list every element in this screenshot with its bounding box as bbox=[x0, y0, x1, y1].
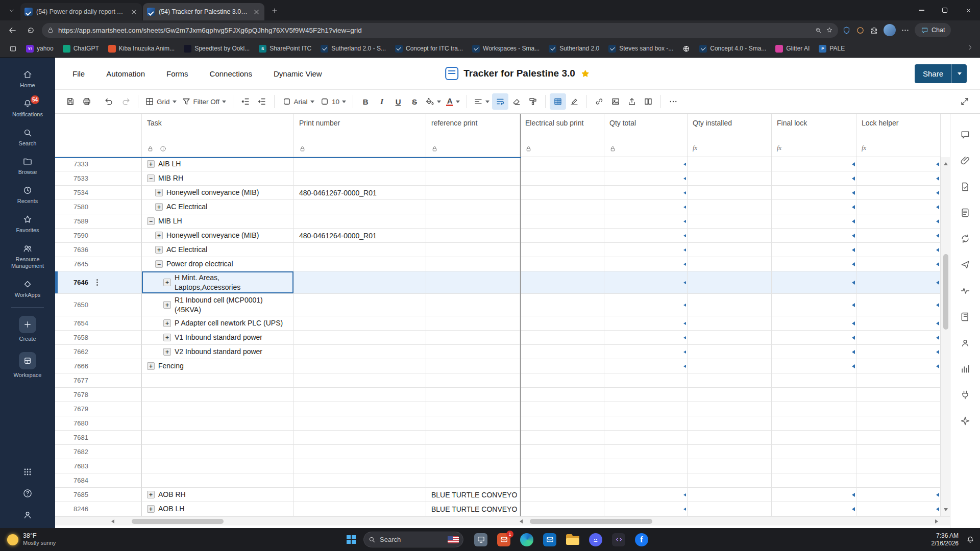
vertical-scroll-thumb[interactable] bbox=[943, 254, 948, 330]
elec-cell[interactable] bbox=[520, 445, 604, 459]
lockh-cell[interactable] bbox=[856, 502, 941, 516]
row-number[interactable]: 7645 bbox=[55, 257, 142, 271]
final-cell[interactable] bbox=[772, 445, 856, 459]
facebook-icon[interactable]: f bbox=[634, 533, 649, 547]
qtyt-cell[interactable] bbox=[604, 186, 688, 200]
menu-item-connections[interactable]: Connections bbox=[210, 69, 252, 78]
publish-button[interactable] bbox=[957, 256, 974, 273]
elec-cell[interactable] bbox=[520, 473, 604, 488]
expand-icon[interactable]: + bbox=[163, 301, 171, 309]
ref-cell[interactable] bbox=[426, 294, 520, 316]
bookmark-item[interactable]: PPALE bbox=[814, 43, 849, 55]
view-selector[interactable]: Grid bbox=[142, 93, 179, 110]
row-number[interactable]: 7646 bbox=[55, 271, 142, 294]
row-number[interactable]: 7590 bbox=[55, 229, 142, 243]
qtyt-cell[interactable] bbox=[604, 373, 688, 388]
final-cell[interactable] bbox=[772, 200, 856, 214]
final-cell[interactable] bbox=[772, 243, 856, 257]
print-cell[interactable] bbox=[294, 473, 426, 488]
lockh-cell[interactable] bbox=[856, 229, 941, 243]
lockh-cell[interactable] bbox=[856, 186, 941, 200]
qtyt-cell[interactable] bbox=[604, 257, 688, 271]
ref-cell[interactable] bbox=[426, 200, 520, 214]
sidebar-item-resource-management[interactable]: Resource Management bbox=[0, 239, 55, 275]
vertical-scrollbar[interactable] bbox=[941, 157, 950, 516]
qtyt-cell[interactable] bbox=[604, 416, 688, 431]
final-cell[interactable] bbox=[772, 388, 856, 402]
qtyi-cell[interactable] bbox=[688, 257, 772, 271]
task-cell[interactable]: +AC Electrical bbox=[142, 200, 294, 214]
ref-cell[interactable] bbox=[426, 359, 520, 373]
sidebar-item-browse[interactable]: Browse bbox=[0, 152, 55, 181]
print-cell[interactable] bbox=[294, 388, 426, 402]
final-cell[interactable] bbox=[772, 214, 856, 229]
final-cell[interactable] bbox=[772, 416, 856, 431]
conversations-button[interactable] bbox=[957, 126, 974, 143]
bookmark-item[interactable]: Glitter AI bbox=[771, 43, 814, 55]
lockh-cell[interactable] bbox=[856, 402, 941, 416]
print-cell[interactable] bbox=[294, 271, 426, 294]
lockh-cell[interactable] bbox=[856, 171, 941, 186]
qtyt-cell[interactable] bbox=[604, 445, 688, 459]
ref-cell[interactable] bbox=[426, 186, 520, 200]
expand-icon[interactable]: + bbox=[163, 334, 171, 341]
bold-icon[interactable]: B bbox=[357, 93, 374, 110]
task-cell[interactable]: +AC Electrical bbox=[142, 243, 294, 257]
indent-icon[interactable] bbox=[254, 93, 270, 110]
workspace-tile[interactable] bbox=[19, 352, 36, 369]
row-number[interactable]: 7680 bbox=[55, 416, 142, 431]
qtyt-cell[interactable] bbox=[604, 157, 688, 171]
share-dropdown[interactable] bbox=[951, 64, 967, 83]
edge-icon[interactable] bbox=[520, 533, 534, 547]
lockh-cell[interactable] bbox=[856, 473, 941, 488]
final-cell[interactable] bbox=[772, 157, 856, 171]
final-cell[interactable] bbox=[772, 345, 856, 359]
bookmark-item[interactable]: Concept 4.0 - Sma... bbox=[695, 43, 771, 55]
sidebar-item-search[interactable]: Search bbox=[0, 123, 55, 152]
lockh-cell[interactable] bbox=[856, 388, 941, 402]
print-cell[interactable] bbox=[294, 445, 426, 459]
qtyi-cell[interactable] bbox=[688, 402, 772, 416]
qtyi-cell[interactable] bbox=[688, 229, 772, 243]
row-number[interactable]: 7650 bbox=[55, 294, 142, 316]
ref-cell[interactable] bbox=[426, 388, 520, 402]
expand-icon[interactable]: + bbox=[147, 160, 155, 168]
save-icon[interactable] bbox=[62, 93, 79, 110]
column-header-qty-total[interactable]: Qty total bbox=[604, 114, 688, 157]
discord-icon[interactable] bbox=[589, 533, 603, 547]
elec-cell[interactable] bbox=[520, 373, 604, 388]
bookmark-item[interactable]: Workspaces - Sma... bbox=[468, 43, 544, 55]
ref-cell[interactable] bbox=[426, 431, 520, 445]
scroll-left-arrow-2[interactable] bbox=[518, 519, 523, 523]
elec-cell[interactable] bbox=[520, 388, 604, 402]
connections-button[interactable] bbox=[957, 386, 974, 404]
scroll-right-arrow[interactable] bbox=[935, 519, 940, 523]
favorite-star-icon[interactable] bbox=[580, 69, 590, 79]
lockh-cell[interactable] bbox=[856, 294, 941, 316]
expand-sheet-button[interactable] bbox=[957, 93, 973, 110]
dev-app-icon[interactable] bbox=[611, 533, 626, 547]
tab-close-icon[interactable] bbox=[253, 8, 260, 16]
proofs-button[interactable] bbox=[957, 178, 974, 195]
sidebar-item-workspace[interactable]: Workspace bbox=[0, 347, 55, 384]
print-cell[interactable] bbox=[294, 294, 426, 316]
row-number[interactable]: 7679 bbox=[55, 402, 142, 416]
print-cell[interactable] bbox=[294, 345, 426, 359]
print-cell[interactable] bbox=[294, 431, 426, 445]
lockh-cell[interactable] bbox=[856, 271, 941, 294]
elec-cell[interactable] bbox=[520, 171, 604, 186]
task-cell[interactable]: +P Adapter cell newtork PLC (UPS) bbox=[142, 316, 294, 331]
task-cell[interactable]: +R1 Inbound cell (MCP0001) (45KVA) bbox=[142, 294, 294, 316]
fill-color-icon[interactable] bbox=[423, 93, 444, 110]
row-number[interactable]: 7580 bbox=[55, 200, 142, 214]
expand-icon[interactable]: + bbox=[147, 505, 155, 513]
task-cell[interactable]: +Honeywell conveyance (MIB) bbox=[142, 186, 294, 200]
print-cell[interactable]: 480-0461267-0000_R01 bbox=[294, 186, 426, 200]
print-cell[interactable] bbox=[294, 214, 426, 229]
row-number[interactable]: 7678 bbox=[55, 388, 142, 402]
column-header-print-number[interactable]: Print number bbox=[294, 114, 426, 157]
summary-button[interactable] bbox=[957, 308, 974, 325]
qtyi-cell[interactable] bbox=[688, 459, 772, 473]
elec-cell[interactable] bbox=[520, 257, 604, 271]
elec-cell[interactable] bbox=[520, 316, 604, 331]
